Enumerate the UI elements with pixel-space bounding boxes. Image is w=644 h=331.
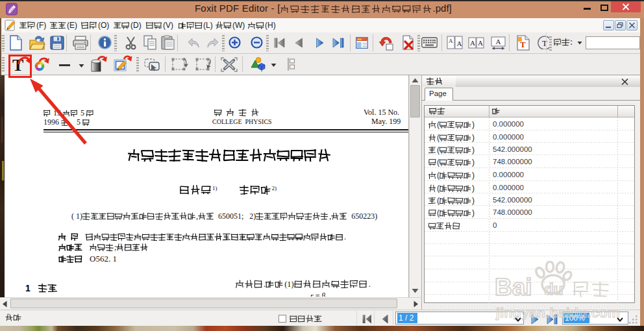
svg-text:A: A	[449, 38, 453, 44]
svg-text:du: du	[544, 280, 563, 298]
svg-text:Bai: Bai	[495, 274, 532, 300]
svg-text:A: A	[496, 38, 501, 45]
svg-text:A: A	[457, 40, 462, 47]
svg-text:A: A	[470, 39, 475, 47]
svg-text:A: A	[478, 39, 483, 47]
